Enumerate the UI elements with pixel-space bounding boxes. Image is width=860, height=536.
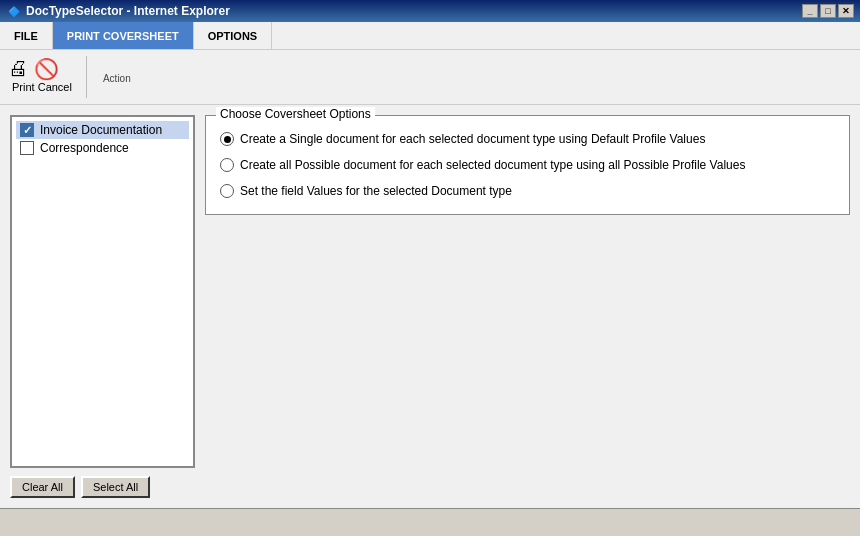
status-bar <box>0 508 860 536</box>
window-title: DocTypeSelector - Internet Explorer <box>26 4 802 18</box>
tab-print-coversheet[interactable]: PRINT COVERSHEET <box>53 22 194 49</box>
radio-label-2: Create all Possible document for each se… <box>240 158 745 172</box>
radio-label-1: Create a Single document for each select… <box>240 132 705 146</box>
tab-file[interactable]: FILE <box>0 22 53 49</box>
tab-options[interactable]: OPTIONS <box>194 22 273 49</box>
cancel-button[interactable]: 🚫 <box>34 57 59 81</box>
toolbar-action-label: Print <box>12 81 35 93</box>
radio-btn-3[interactable] <box>220 184 234 198</box>
list-item[interactable]: Correspondence <box>16 139 189 157</box>
radio-option-1[interactable]: Create a Single document for each select… <box>220 126 835 152</box>
close-button[interactable]: ✕ <box>838 4 854 18</box>
toolbar-section-label: Action <box>101 71 131 84</box>
radio-label-3: Set the field Values for the selected Do… <box>240 184 512 198</box>
print-icon: 🖨 <box>8 57 28 80</box>
right-panel: Choose Coversheet Options Create a Singl… <box>205 115 850 498</box>
toolbar: 🖨 🚫 Print Cancel Action <box>0 50 860 105</box>
title-bar: 🔷 DocTypeSelector - Internet Explorer _ … <box>0 0 860 22</box>
document-list: Invoice Documentation Correspondence <box>10 115 195 468</box>
coversheet-group-legend: Choose Coversheet Options <box>216 107 375 121</box>
clear-all-button[interactable]: Clear All <box>10 476 75 498</box>
print-button[interactable]: 🖨 <box>8 57 28 80</box>
radio-option-2[interactable]: Create all Possible document for each se… <box>220 152 835 178</box>
minimize-button[interactable]: _ <box>802 4 818 18</box>
cancel-icon: 🚫 <box>34 57 59 81</box>
list-item[interactable]: Invoice Documentation <box>16 121 189 139</box>
left-panel: Invoice Documentation Correspondence Cle… <box>10 115 195 498</box>
coversheet-options-group: Choose Coversheet Options Create a Singl… <box>205 115 850 215</box>
radio-option-3[interactable]: Set the field Values for the selected Do… <box>220 178 835 204</box>
main-content: Invoice Documentation Correspondence Cle… <box>0 105 860 508</box>
list-button-row: Clear All Select All <box>10 476 195 498</box>
doc-item-label-invoice: Invoice Documentation <box>40 123 162 137</box>
maximize-button[interactable]: □ <box>820 4 836 18</box>
radio-btn-1[interactable] <box>220 132 234 146</box>
menu-bar: FILE PRINT COVERSHEET OPTIONS <box>0 22 860 50</box>
checkbox-correspondence[interactable] <box>20 141 34 155</box>
doc-item-label-correspondence: Correspondence <box>40 141 129 155</box>
toolbar-cancel-label: Cancel <box>38 81 72 93</box>
app-icon: 🔷 <box>6 3 22 19</box>
radio-btn-2[interactable] <box>220 158 234 172</box>
select-all-button[interactable]: Select All <box>81 476 150 498</box>
window-controls: _ □ ✕ <box>802 4 854 18</box>
checkbox-invoice[interactable] <box>20 123 34 137</box>
